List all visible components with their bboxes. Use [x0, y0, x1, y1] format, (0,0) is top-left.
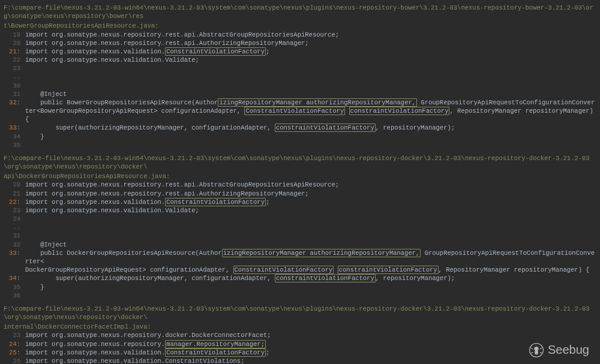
code-line: .. — [4, 73, 596, 81]
code-text — [25, 82, 596, 90]
line-number: 35 — [4, 141, 25, 149]
file-path: t\BowerGroupRepositoriesApiResource.java… — [4, 22, 596, 30]
line-number: 20 — [4, 181, 25, 189]
svg-rect-2 — [535, 350, 538, 354]
line-number: 34 — [4, 133, 25, 141]
code-text — [25, 73, 596, 81]
code-text: } — [25, 133, 596, 141]
code-line: 33: public DockerGroupRepositoriesApiRes… — [4, 249, 596, 266]
code-line: 35 } — [4, 283, 596, 291]
code-text: import org.sonatype.nexus.repository.res… — [25, 39, 596, 47]
code-text: import org.sonatype.nexus.repository.res… — [25, 31, 596, 39]
svg-line-3 — [531, 347, 533, 348]
line-number: 22: — [4, 198, 25, 206]
line-number: 23 — [4, 206, 25, 215]
code-line: 21:import org.sonatype.nexus.validation.… — [4, 47, 596, 56]
line-number: 24 — [4, 215, 25, 223]
code-text: import org.sonatype.nexus.repository.doc… — [25, 331, 596, 339]
code-text: import org.sonatype.nexus.repository.res… — [25, 189, 596, 198]
line-number: 22 — [4, 56, 25, 64]
line-number: 23 — [4, 331, 25, 339]
line-number: 23 — [4, 64, 25, 73]
line-number: 19 — [4, 31, 25, 39]
line-number: 20 — [4, 39, 25, 47]
code-text: super(authorizingRepositoryManager, conf… — [25, 124, 596, 132]
code-text: @Inject — [25, 90, 596, 98]
code-text — [25, 215, 596, 223]
line-number: 34: — [4, 274, 25, 282]
line-number: 25: — [4, 348, 25, 357]
code-line: 31 — [4, 231, 596, 240]
code-line: 24:import org.sonatype.nexus.repository.… — [4, 340, 596, 348]
code-line: DockerGroupRepositoryApiRequest> configu… — [4, 266, 596, 274]
code-line: 21import org.sonatype.nexus.repository.r… — [4, 189, 596, 198]
line-number: 35 — [4, 283, 25, 291]
code-text: super(authorizingRepositoryManager, conf… — [25, 274, 596, 282]
code-text: import org.sonatype.nexus.validation.Con… — [25, 357, 596, 364]
code-text: DockerGroupRepositoryApiRequest> configu… — [25, 266, 596, 274]
line-number: 21: — [4, 47, 25, 56]
code-text — [25, 231, 596, 240]
code-text: import org.sonatype.nexus.repository.man… — [25, 340, 596, 348]
code-line: 34: super(authorizingRepositoryManager, … — [4, 274, 596, 282]
line-number: .. — [4, 73, 25, 81]
line-number: 31 — [4, 231, 25, 240]
code-line: 31 @Inject — [4, 90, 596, 98]
line-number: 33: — [4, 249, 25, 266]
svg-line-6 — [540, 352, 542, 353]
code-text — [25, 64, 596, 73]
file-path: F:\compare-file\nexus-3.21.2-03-win64\ne… — [4, 305, 596, 321]
code-text: import org.sonatype.nexus.validation.Con… — [25, 47, 596, 56]
line-number: 31 — [4, 90, 25, 98]
file-path: internal\DockerConnectorFacetImpl.java: — [4, 323, 596, 331]
svg-line-5 — [531, 352, 533, 353]
code-line: 19import org.sonatype.nexus.repository.r… — [4, 31, 596, 39]
code-text: } — [25, 283, 596, 291]
code-line: 26import org.sonatype.nexus.validation.C… — [4, 357, 596, 364]
code-text: import org.sonatype.nexus.validation.Val… — [25, 56, 596, 64]
file-path: F:\compare-file\nexus-3.21.2-03-win64\ne… — [4, 154, 596, 171]
code-line: 32 @Inject — [4, 240, 596, 249]
seebug-logo: Seebug — [529, 342, 589, 358]
code-text: import org.sonatype.nexus.validation.Val… — [25, 206, 596, 215]
file-path: api\DockerGroupRepositoriesApiResource.j… — [4, 172, 596, 181]
code-line: 23import org.sonatype.nexus.validation.V… — [4, 206, 596, 215]
line-number — [4, 266, 25, 274]
code-line: 32: public BowerGroupRepositoriesApiReso… — [4, 98, 596, 124]
line-number: 36 — [4, 291, 25, 300]
code-line: 33: super(authorizingRepositoryManager, … — [4, 124, 596, 132]
line-number: 24: — [4, 340, 25, 348]
code-line: 30 — [4, 82, 596, 90]
line-number: 32 — [4, 240, 25, 249]
code-text: import org.sonatype.nexus.validation.Con… — [25, 348, 596, 357]
line-number: 21 — [4, 189, 25, 198]
code-text: import org.sonatype.nexus.repository.res… — [25, 181, 596, 189]
code-text: import org.sonatype.nexus.validation.Con… — [25, 198, 596, 206]
code-line: 20import org.sonatype.nexus.repository.r… — [4, 181, 596, 189]
logo-text: Seebug — [548, 342, 589, 358]
line-number: 32: — [4, 98, 25, 124]
line-number: .. — [4, 223, 25, 231]
code-line: 23import org.sonatype.nexus.repository.d… — [4, 331, 596, 339]
code-text: public DockerGroupRepositoriesApiResourc… — [25, 249, 596, 266]
svg-line-4 — [540, 347, 542, 348]
code-line: 22:import org.sonatype.nexus.validation.… — [4, 198, 596, 206]
code-text: @Inject — [25, 240, 596, 249]
line-number: 26 — [4, 357, 25, 364]
code-text: public BowerGroupRepositoriesApiResource… — [25, 98, 596, 124]
code-text — [25, 291, 596, 300]
file-path: F:\compare-file\nexus-3.21.2-03-win64\ne… — [4, 4, 596, 20]
code-line: 24 — [4, 215, 596, 223]
code-line: 23 — [4, 64, 596, 73]
line-number: 33: — [4, 124, 25, 132]
code-text — [25, 141, 596, 149]
line-number: 30 — [4, 82, 25, 90]
code-line: 35 — [4, 141, 596, 149]
code-line: 22import org.sonatype.nexus.validation.V… — [4, 56, 596, 64]
bug-icon — [529, 342, 544, 358]
code-line: 25:import org.sonatype.nexus.validation.… — [4, 348, 596, 357]
code-line: 34 } — [4, 133, 596, 141]
code-text — [25, 223, 596, 231]
code-line: .. — [4, 223, 596, 231]
code-line: 20import org.sonatype.nexus.repository.r… — [4, 39, 596, 47]
